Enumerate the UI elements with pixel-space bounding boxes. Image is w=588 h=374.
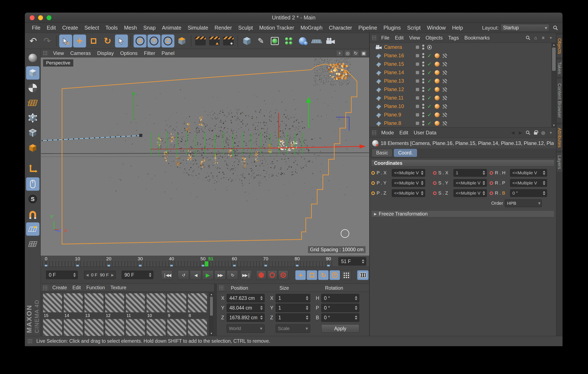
material-item[interactable]: 8 [188,293,207,319]
menu-render[interactable]: Render [211,23,235,32]
goto-start-button[interactable]: ❘◀◀ [161,270,173,280]
current-frame-field[interactable]: 51 F [338,257,366,266]
object-row-camera[interactable]: Camera [370,43,556,51]
scale-dropdown[interactable]: Scale▾ [276,324,310,333]
edges-mode-button[interactable] [26,126,40,140]
material-name[interactable]: 13 [84,312,104,319]
motion-tracker-tag-icon[interactable] [427,45,432,49]
keyframe-circle-icon[interactable] [490,181,493,185]
object-name[interactable]: Plane.9 [384,112,416,118]
history-back-icon[interactable]: ◀ [510,129,516,136]
tab-content-browser[interactable]: Content Browser [556,78,563,123]
coordinate-system-button[interactable] [175,34,189,48]
layer-chip[interactable] [416,79,419,83]
add-icon[interactable]: + [548,129,554,136]
scroll-up-icon[interactable]: ▲ [552,43,556,47]
viewport-canvas[interactable] [41,58,369,255]
visibility-dots[interactable] [422,53,424,58]
keyframe-presets-button[interactable] [341,270,351,280]
viewport-menu-options[interactable]: Options [117,49,141,57]
object-name[interactable]: Plane.14 [384,70,416,75]
scroll-down-icon[interactable]: ▼ [210,331,213,335]
next-frame-button[interactable]: ▶▶ [214,270,226,280]
object-name[interactable]: Plane.13 [384,78,416,84]
object-name[interactable]: Plane.12 [384,86,416,92]
enabled-check-icon[interactable]: ✓ [427,78,432,84]
object-row-plane[interactable]: Plane.16 ✓ [370,51,556,60]
object-name[interactable]: Camera [384,44,416,50]
material-item[interactable]: 14 [63,293,83,319]
layer-chip[interactable] [416,105,419,108]
menu-motion-tracker[interactable]: Motion Tracker [256,23,297,32]
material-menu-function[interactable]: Function [84,284,108,291]
enable-axis-button[interactable] [26,162,40,176]
tab-layers[interactable]: Layers [556,152,563,172]
material-scrollbar[interactable]: ▲ ▼ [209,292,213,336]
timeline-ruler[interactable]: 0 10 20 30 40 50 51 60 70 80 90 [41,256,369,267]
material-item[interactable] [188,319,207,336]
filter-icon[interactable]: ≡ [540,35,546,41]
size-x-field[interactable]: 1 [276,294,310,302]
material-item[interactable]: 15 [43,293,62,319]
material-name[interactable]: 12 [105,312,124,319]
order-dropdown[interactable]: HPB ▾ [505,200,542,207]
model-mode-button[interactable] [26,66,40,80]
menu-snap[interactable]: Snap [140,23,159,32]
menu-mograph[interactable]: MoGraph [297,23,326,32]
rot-p-field[interactable]: 0 ° [321,304,359,312]
menu-edit[interactable]: Edit [43,23,59,32]
pz-field[interactable]: <<Multiple V [392,189,425,197]
stepper-icon[interactable] [542,171,546,175]
key-position-toggle[interactable]: + [295,270,306,280]
material-item[interactable] [126,319,145,336]
goto-end-button[interactable]: ▶▶❘ [240,270,252,280]
stepper-icon[interactable] [420,171,424,175]
polygons-mode-button[interactable] [26,141,40,155]
rb-field[interactable]: 0 ° [510,189,547,197]
material-name[interactable]: 8 [188,312,207,319]
material-item[interactable]: 12 [105,293,124,319]
decade-key-mark[interactable] [202,265,204,267]
menu-tools[interactable]: Tools [102,23,121,32]
material-thumbnail[interactable] [188,293,207,312]
enabled-check-icon[interactable]: ✓ [427,104,432,109]
stepper-icon[interactable] [420,191,424,195]
redo-button[interactable]: ↷ [41,34,54,48]
texture-tag[interactable] [442,87,447,92]
material-item[interactable] [43,319,62,336]
keyframe-selection-button[interactable] [278,270,288,280]
coordinates-section-header[interactable]: Coordinates [371,160,554,167]
object-row-plane[interactable]: Plane.8 ✓ [370,119,556,128]
preview-range-control[interactable]: ◀ 0 F 90 F ▶ [84,271,116,279]
object-name[interactable]: Plane.11 [384,95,416,101]
material-item[interactable]: 9 [167,293,187,319]
size-z-field[interactable]: 1 [276,313,310,322]
object-row-plane[interactable]: Plane.9 ✓ [370,110,556,119]
scrollbar-thumb[interactable] [210,297,213,316]
material-thumbnail[interactable] [167,293,187,312]
layer-chip[interactable] [416,45,419,49]
visibility-dots[interactable] [422,70,424,75]
rotate-tool[interactable]: ↻ [101,34,114,48]
search-icon[interactable] [525,129,531,136]
object-list-scrollbar[interactable]: ▲ ▼ [551,43,556,127]
stepper-icon[interactable] [482,191,486,195]
visibility-dots[interactable] [422,95,424,100]
keyframe-circle-icon[interactable] [433,181,437,185]
scroll-up-icon[interactable]: ▲ [210,292,213,296]
material-menu-edit[interactable]: Edit [70,284,84,291]
key-rotation-toggle[interactable]: ↻ [318,270,329,280]
decade-key-mark[interactable] [139,265,142,267]
render-view-button[interactable] [194,34,207,48]
keyframe-circle-icon[interactable] [490,171,493,175]
pos-x-field[interactable]: 447.623 cm [227,294,265,302]
make-editable-button[interactable] [26,51,40,65]
lock-icon[interactable] [533,129,539,136]
object-list[interactable]: Camera Plane.16 ✓ [370,43,556,128]
stepper-icon[interactable] [73,273,76,277]
panel-grip[interactable] [43,51,48,56]
points-mode-button[interactable] [26,111,40,125]
tab-objects[interactable]: Objects [556,34,563,58]
decade-key-mark[interactable] [170,265,173,267]
om-menu-objects[interactable]: Objects [423,34,445,42]
